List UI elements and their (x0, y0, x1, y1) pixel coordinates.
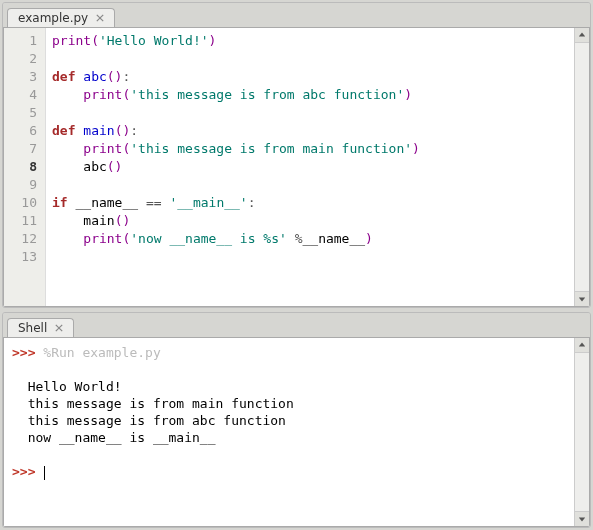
shell-output-line: this message is from abc function (12, 412, 566, 429)
scroll-up-icon[interactable] (575, 338, 589, 353)
close-icon[interactable] (53, 322, 65, 334)
scroll-down-icon[interactable] (575, 511, 589, 526)
code-line: print('this message is from abc function… (52, 86, 568, 104)
line-number: 4 (4, 86, 37, 104)
shell-output-line: now __name__ is __main__ (12, 429, 566, 446)
code-line: print('this message is from main functio… (52, 140, 568, 158)
line-number: 11 (4, 212, 37, 230)
line-number: 2 (4, 50, 37, 68)
code-line (52, 248, 568, 266)
line-number: 9 (4, 176, 37, 194)
shell-content: >>> %Run example.py Hello World! this me… (3, 337, 590, 527)
editor-tab-label: example.py (18, 11, 88, 25)
line-number: 5 (4, 104, 37, 122)
shell-tab-label: Shell (18, 321, 47, 335)
shell-scrollbar[interactable] (574, 338, 589, 526)
line-number: 10 (4, 194, 37, 212)
shell-panel: Shell >>> %Run example.py Hello World! t… (2, 312, 591, 528)
line-number: 7 (4, 140, 37, 158)
code-line: if __name__ == '__main__': (52, 194, 568, 212)
line-number: 12 (4, 230, 37, 248)
code-line: main() (52, 212, 568, 230)
code-line: def abc(): (52, 68, 568, 86)
code-area[interactable]: print('Hello World!') def abc(): print('… (46, 28, 574, 306)
editor-tab[interactable]: example.py (7, 8, 115, 27)
code-line (52, 50, 568, 68)
line-number: 1 (4, 32, 37, 50)
scroll-up-icon[interactable] (575, 28, 589, 43)
shell-prompt: >>> (12, 464, 35, 479)
editor-scrollbar[interactable] (574, 28, 589, 306)
line-number: 6 (4, 122, 37, 140)
close-icon[interactable] (94, 12, 106, 24)
line-number: 3 (4, 68, 37, 86)
code-line (52, 104, 568, 122)
shell-cursor (44, 466, 45, 480)
code-line: print('now __name__ is %s' %__name__) (52, 230, 568, 248)
shell-output-area[interactable]: >>> %Run example.py Hello World! this me… (4, 338, 574, 526)
shell-tab-bar: Shell (3, 313, 590, 337)
line-number: 13 (4, 248, 37, 266)
line-number: 8 (4, 158, 37, 176)
line-number-gutter: 12345678910111213 (4, 28, 46, 306)
shell-run-command: %Run example.py (43, 345, 160, 360)
shell-tab[interactable]: Shell (7, 318, 74, 337)
shell-output-line: this message is from main function (12, 395, 566, 412)
editor-content: 12345678910111213 print('Hello World!') … (3, 27, 590, 307)
shell-output-line: Hello World! (12, 378, 566, 395)
editor-tab-bar: example.py (3, 3, 590, 27)
code-line (52, 176, 568, 194)
editor-panel: example.py 12345678910111213 print('Hell… (2, 2, 591, 308)
shell-prompt: >>> (12, 345, 35, 360)
code-line: print('Hello World!') (52, 32, 568, 50)
scroll-down-icon[interactable] (575, 291, 589, 306)
code-line: abc() (52, 158, 568, 176)
code-line: def main(): (52, 122, 568, 140)
